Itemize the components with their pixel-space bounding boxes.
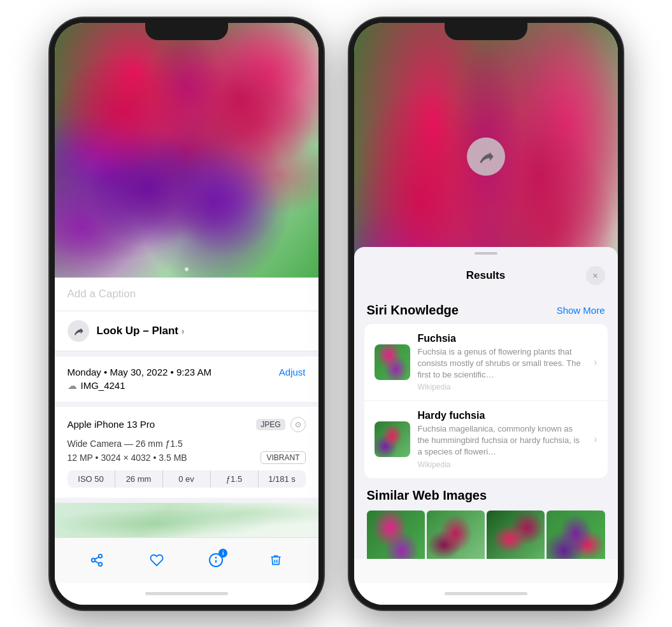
info-area: Add a Caption Look Up – Plant › Monday •… bbox=[55, 278, 318, 537]
meta-section: Monday • May 30, 2022 • 9:23 AM Adjust ☁… bbox=[55, 356, 318, 402]
right-phone: Results × Siri Knowledge Show More bbox=[349, 18, 623, 610]
photo-dot-indicator bbox=[185, 267, 189, 271]
filename-text: IMG_4241 bbox=[81, 380, 125, 391]
meta-date-row: Monday • May 30, 2022 • 9:23 AM Adjust bbox=[68, 367, 306, 377]
camera-detail: Wide Camera — 26 mm ƒ1.5 bbox=[68, 439, 306, 449]
show-more-button[interactable]: Show More bbox=[557, 305, 605, 316]
caption-placeholder[interactable]: Add a Caption bbox=[68, 288, 136, 300]
hardy-source: Wikipedia bbox=[418, 460, 587, 469]
vibrant-badge: VIBRANT bbox=[261, 451, 305, 464]
lookup-icon bbox=[68, 320, 89, 342]
drag-handle[interactable] bbox=[475, 252, 497, 255]
flower-background bbox=[55, 23, 318, 278]
siri-visual-button[interactable] bbox=[467, 137, 505, 176]
results-title: Results bbox=[386, 269, 586, 282]
similar-images bbox=[367, 511, 605, 559]
results-header: Results × bbox=[354, 257, 618, 293]
meta-filename: ☁ IMG_4241 bbox=[68, 380, 306, 391]
lookup-row[interactable]: Look Up – Plant › bbox=[55, 311, 318, 351]
info-badge: i bbox=[218, 549, 227, 558]
hardy-thumbnail bbox=[375, 421, 410, 457]
photo-area[interactable] bbox=[55, 23, 318, 278]
hardy-desc: Fuchsia magellanica, commonly known as t… bbox=[418, 423, 587, 458]
results-scroll[interactable]: Siri Knowledge Show More Fuchsia Fuchsia… bbox=[354, 293, 618, 559]
home-indicator-left bbox=[55, 583, 318, 605]
similar-title: Similar Web Images bbox=[367, 488, 605, 503]
similar-img-3[interactable] bbox=[487, 511, 545, 559]
right-phone-inner: Results × Siri Knowledge Show More bbox=[354, 23, 618, 605]
knowledge-card: Fuchsia Fuchsia is a genus of flowering … bbox=[364, 324, 608, 478]
similar-img-2[interactable] bbox=[427, 511, 485, 559]
device-section: Apple iPhone 13 Pro JPEG ⊙ Wide Camera —… bbox=[55, 407, 318, 498]
bottom-toolbar: i bbox=[55, 537, 318, 583]
favorite-button[interactable] bbox=[143, 546, 171, 574]
right-home-indicator bbox=[354, 583, 618, 605]
hardy-name: Hardy fuchsia bbox=[418, 410, 587, 421]
exif-aperture: ƒ1.5 bbox=[211, 470, 259, 488]
fuchsia-desc: Fuchsia is a genus of flowering plants t… bbox=[418, 346, 587, 381]
similar-img-4[interactable] bbox=[547, 511, 604, 559]
meta-adjust[interactable]: Adjust bbox=[279, 367, 306, 377]
info-button[interactable]: i bbox=[202, 546, 230, 574]
map-preview[interactable] bbox=[55, 503, 318, 537]
fuchsia-name: Fuchsia bbox=[418, 333, 587, 344]
home-bar bbox=[145, 592, 228, 595]
meta-date: Monday • May 30, 2022 • 9:23 AM bbox=[68, 367, 211, 377]
caption-area[interactable]: Add a Caption bbox=[55, 278, 318, 311]
knowledge-item-fuchsia[interactable]: Fuchsia Fuchsia is a genus of flowering … bbox=[364, 324, 608, 402]
device-row: Apple iPhone 13 Pro JPEG ⊙ bbox=[68, 417, 306, 432]
left-phone: Add a Caption Look Up – Plant › Monday •… bbox=[50, 18, 324, 610]
right-phone-notch bbox=[445, 18, 527, 40]
format-badge: JPEG bbox=[256, 419, 285, 430]
map-overlay bbox=[55, 503, 318, 537]
device-name: Apple iPhone 13 Pro bbox=[68, 419, 155, 430]
fuchsia-content: Fuchsia Fuchsia is a genus of flowering … bbox=[418, 333, 587, 392]
lookup-arrow: › bbox=[182, 326, 185, 336]
fuchsia-thumbnail bbox=[375, 344, 410, 380]
fuchsia-chevron: › bbox=[594, 356, 597, 368]
flower-overlay bbox=[55, 23, 318, 278]
exif-ev: 0 ev bbox=[163, 470, 211, 488]
close-icon: × bbox=[592, 271, 597, 281]
lookup-text[interactable]: Look Up – Plant › bbox=[97, 325, 185, 337]
resolution-text: 12 MP • 3024 × 4032 • 3.5 MB bbox=[68, 453, 187, 463]
resolution-row: 12 MP • 3024 × 4032 • 3.5 MB VIBRANT bbox=[68, 451, 306, 464]
knowledge-item-hardy[interactable]: Hardy fuchsia Fuchsia magellanica, commo… bbox=[364, 401, 608, 478]
phone-notch bbox=[145, 18, 228, 40]
device-badges: JPEG ⊙ bbox=[256, 417, 305, 432]
similar-img-1[interactable] bbox=[367, 511, 425, 559]
results-drag-area bbox=[354, 247, 618, 257]
close-button[interactable]: × bbox=[586, 266, 605, 285]
right-home-bar bbox=[445, 592, 527, 595]
siri-knowledge-header: Siri Knowledge Show More bbox=[354, 293, 618, 324]
left-phone-inner: Add a Caption Look Up – Plant › Monday •… bbox=[55, 23, 318, 605]
lookup-bold: Look Up – Plant bbox=[97, 325, 178, 337]
hardy-chevron: › bbox=[594, 433, 597, 445]
similar-section: Similar Web Images bbox=[354, 478, 618, 559]
hardy-content: Hardy fuchsia Fuchsia magellanica, commo… bbox=[418, 410, 587, 469]
results-panel: Results × Siri Knowledge Show More bbox=[354, 247, 618, 559]
share-button[interactable] bbox=[83, 546, 111, 574]
hardy-thumb-img bbox=[375, 421, 410, 457]
delete-button[interactable] bbox=[262, 546, 290, 574]
fuchsia-source: Wikipedia bbox=[418, 383, 587, 391]
exif-focal: 26 mm bbox=[115, 470, 163, 488]
fuchsia-thumb-img bbox=[375, 344, 410, 380]
exif-row: ISO 50 26 mm 0 ev ƒ1.5 1/181 s bbox=[68, 470, 306, 488]
exif-iso: ISO 50 bbox=[68, 470, 115, 488]
exif-shutter: 1/181 s bbox=[259, 470, 306, 488]
cloud-icon: ☁ bbox=[68, 380, 77, 391]
location-icon: ⊙ bbox=[290, 417, 306, 432]
siri-knowledge-title: Siri Knowledge bbox=[367, 303, 459, 318]
